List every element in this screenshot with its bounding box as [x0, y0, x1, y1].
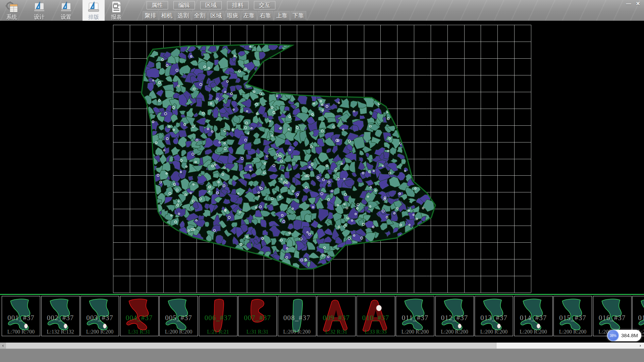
- piece-thumbnail: [5, 297, 38, 336]
- thumbnail-cell[interactable]: 008_#37 L:200 R:200: [278, 296, 316, 336]
- tool-align-right[interactable]: 右靠: [258, 11, 273, 20]
- piece-thumbnail: [439, 297, 471, 336]
- toolbar-label-design: 设计: [34, 14, 45, 21]
- toolbar-button-design[interactable]: 设计: [29, 0, 50, 21]
- window-controls: — ✕: [624, 0, 643, 7]
- piece-thumbnail: [45, 297, 77, 336]
- memory-status-badge: 38% 384.8M: [607, 330, 641, 341]
- piece-thumbnail: [360, 297, 392, 336]
- report-doc-icon: [110, 1, 123, 13]
- piece-thumbnail: [518, 297, 550, 336]
- thumbnail-cell[interactable]: 007_#37 L:31 R:31: [238, 296, 277, 336]
- scroll-left-arrow-icon[interactable]: ‹: [0, 343, 6, 349]
- tool-select-cut[interactable]: 选割: [175, 11, 191, 20]
- menu-region[interactable]: 区域: [200, 1, 222, 9]
- tool-align-top[interactable]: 上靠: [274, 11, 290, 20]
- settings-ruler-icon: [59, 1, 73, 13]
- application-window: 系统 设计 设置: [0, 0, 644, 362]
- thumbnail-cell[interactable]: 012_#37 L:200 R:200: [435, 296, 474, 336]
- piece-thumbnail: [557, 297, 589, 336]
- toolbar-button-system[interactable]: 系统: [1, 0, 22, 21]
- menu-edit[interactable]: 编辑: [173, 1, 195, 9]
- minimize-button[interactable]: —: [624, 0, 633, 7]
- piece-thumbnail: [242, 297, 274, 336]
- thumbnail-cell[interactable]: 015_#37 L:200 R:200: [553, 296, 592, 336]
- strip-bottom-gap: [0, 337, 644, 343]
- piece-thumbnail-strip: 001_#37 L:700 R:700 002_#37 L:132 R:132 …: [0, 295, 644, 337]
- toolbar-label-settings: 设置: [61, 14, 71, 21]
- workspace: [0, 21, 644, 294]
- system-gear-icon: [5, 1, 18, 13]
- piece-thumbnail: [281, 297, 314, 336]
- close-button[interactable]: ✕: [633, 0, 643, 7]
- toolbar-button-settings[interactable]: 设置: [55, 0, 77, 21]
- scroll-right-arrow-icon[interactable]: ›: [637, 343, 643, 349]
- menu-nesting[interactable]: 排料: [227, 1, 249, 9]
- thumbnail-cell[interactable]: 005_#37 L:200 R:200: [159, 296, 198, 336]
- thumbnail-cell[interactable]: 010_#37 L:33 R:33: [357, 296, 395, 336]
- tool-align-left[interactable]: 左靠: [241, 11, 257, 20]
- tool-align-bottom[interactable]: 下靠: [290, 11, 306, 20]
- toolbar-label-report: 报表: [111, 14, 122, 21]
- strip-separator-line: [0, 294, 644, 295]
- thumbnail-cell[interactable]: 002_#37 L:132 R:132: [41, 296, 80, 336]
- menu-row-2: 聚排 相机 选割 全割 区域 瑕疵 左靠 右靠 上靠 下靠: [143, 11, 306, 20]
- piece-thumbnail: [399, 297, 432, 336]
- thumbnail-cell[interactable]: 001_#37 L:700 R:700: [2, 296, 40, 336]
- memory-usage-value: 384.8M: [621, 330, 638, 341]
- thumbnail-cell[interactable]: 013_#37 L:200 R:200: [475, 296, 513, 336]
- toolbar-label-system: 系统: [6, 14, 17, 21]
- toolbar-button-report[interactable]: 报表: [106, 0, 127, 21]
- memory-percent-indicator: 38%: [607, 330, 619, 341]
- piece-thumbnail: [163, 297, 195, 336]
- thumbnail-cell[interactable]: 004_#37 L:31 R:31: [120, 296, 159, 336]
- nesting-ruler-icon: [87, 1, 100, 13]
- menu-interaction[interactable]: 交互: [254, 1, 275, 9]
- piece-thumbnail: [203, 297, 235, 336]
- piece-thumbnail: [84, 297, 116, 336]
- design-ruler-icon: [33, 1, 46, 13]
- status-bar: [0, 349, 644, 362]
- menu-attributes[interactable]: 属性: [147, 1, 168, 9]
- thumbnail-cell[interactable]: 009_#37 L:32 R:31: [317, 296, 356, 336]
- nesting-canvas[interactable]: [0, 21, 644, 294]
- thumbnail-cell[interactable]: 014_#37 L:200 R:200: [514, 296, 553, 336]
- thumbnail-cell[interactable]: 011_#37 L:200 R:200: [396, 296, 434, 336]
- toolbar-button-nesting[interactable]: 排版: [83, 0, 105, 21]
- piece-thumbnail: [124, 297, 156, 336]
- tool-region[interactable]: 区域: [208, 11, 224, 20]
- thumbnail-cell[interactable]: 003_#37 L:200 R:200: [80, 296, 119, 336]
- thumbnail-cell[interactable]: 006_#37 L:21 R:21: [199, 296, 237, 336]
- main-toolbar: 系统 设计 设置: [0, 0, 644, 21]
- piece-thumbnail: [478, 297, 511, 336]
- horizontal-scrollbar[interactable]: ‹ ›: [0, 343, 644, 349]
- tool-cluster-nest[interactable]: 聚排: [143, 11, 158, 20]
- toolbar-label-nesting: 排版: [88, 14, 99, 21]
- scrollbar-thumb[interactable]: [6, 343, 496, 349]
- tool-camera[interactable]: 相机: [159, 11, 175, 20]
- tool-defect[interactable]: 瑕疵: [225, 11, 240, 20]
- menu-row-1: 属性 编辑 区域 排料 交互: [147, 1, 275, 9]
- tool-cut-all[interactable]: 全割: [192, 11, 208, 20]
- piece-thumbnail: [321, 297, 353, 336]
